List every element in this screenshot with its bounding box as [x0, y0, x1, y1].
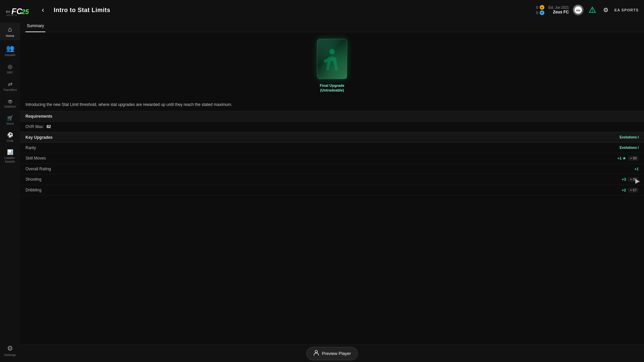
sidebar-item-store[interactable]: 🛒 Store	[0, 112, 20, 128]
sidebar-label-squads: Squads	[5, 53, 15, 57]
card-label: Final Upgrade (Untradeable)	[320, 83, 344, 93]
card-title-line2: (Untradeable)	[320, 88, 344, 93]
transfers-icon: ⇄	[8, 81, 12, 87]
ovr-max-row: OVR Max: 82	[20, 122, 644, 132]
club-logo: RM	[574, 6, 582, 14]
sbc-icon: ◎	[8, 63, 12, 70]
sidebar-label-transfers: Transfers	[3, 88, 17, 92]
point-count: 0	[536, 11, 538, 15]
table-row: Shooting +3 + 99	[20, 174, 644, 185]
table-row: Dribbling +2 + 67	[20, 185, 644, 196]
rarity-evolutions: Evolutions I	[620, 146, 639, 149]
svg-point-11	[315, 350, 317, 353]
top-bar-right: 0 ● 0 ▼ Est. Jun 2021 Zeus FC RM	[536, 5, 639, 15]
skill-moves-value: +1 ★ + 99	[618, 156, 639, 161]
sidebar-label-leaderboards: Leader-boards	[4, 156, 15, 164]
preview-player-button[interactable]: Preview Player	[306, 347, 358, 360]
top-bar-left: EA SPORTS FC 25 ‹ Intro to Stat Limits	[5, 4, 110, 16]
sidebar-item-transfers[interactable]: ⇄ Transfers	[0, 78, 20, 94]
sidebar-item-club[interactable]: ⚽ Club	[0, 129, 20, 145]
svg-point-9	[329, 49, 335, 54]
club-icon: ⚽	[7, 132, 13, 138]
sidebar-item-sbc[interactable]: ◎ SBC	[0, 61, 20, 77]
shooting-label: Shooting	[25, 177, 41, 182]
coin-count: 0	[536, 5, 538, 9]
svg-text:FC: FC	[11, 7, 22, 16]
preview-player-icon	[313, 350, 319, 357]
svg-text:25: 25	[21, 8, 29, 15]
bottom-bar: Preview Player	[20, 345, 644, 362]
sidebar-label-sbc: SBC	[7, 71, 13, 74]
tab-summary[interactable]: Summary	[25, 20, 45, 32]
sidebar-item-home[interactable]: ⌂ Home	[0, 23, 20, 40]
est-label: Est. Jun 2021	[548, 5, 569, 10]
table-row: Rarity Evolutions I	[20, 143, 644, 153]
skill-moves-label: Skill Moves	[25, 156, 46, 161]
dribbling-upgrade: +2	[622, 188, 626, 192]
dribbling-value: +2 + 67	[622, 188, 639, 193]
coin-info: 0 ● 0 ▼	[536, 5, 544, 15]
coin-icon: ●	[540, 5, 544, 10]
sidebar-label-club: Club	[7, 139, 13, 142]
table-row: Skill Moves +1 ★ + 99	[20, 153, 644, 164]
top-bar: EA SPORTS FC 25 ‹ Intro to Stat Limits 0…	[0, 0, 644, 20]
sidebar-item-leaderboards[interactable]: 📊 Leader-boards	[0, 146, 20, 166]
requirements-header: Requirements	[20, 111, 644, 122]
expand-arrow[interactable]: ▶	[635, 177, 640, 185]
rarity-value: Evolutions I	[620, 146, 639, 149]
table-row: Overall Rating +1	[20, 164, 644, 174]
preview-player-label: Preview Player	[322, 351, 351, 356]
user-info: Est. Jun 2021 Zeus FC	[548, 5, 569, 15]
svg-text:RM: RM	[576, 9, 581, 12]
overall-rating-label: Overall Rating	[25, 167, 51, 171]
fc25-logo-svg: EA SPORTS FC 25	[5, 4, 32, 16]
page-title: Intro to Stat Limits	[54, 7, 110, 14]
tab-bar: Summary	[20, 20, 644, 32]
card-display: Final Upgrade (Untradeable)	[20, 32, 644, 98]
sidebar-item-squads[interactable]: 👥 Squads	[0, 42, 20, 59]
back-button[interactable]: ‹	[38, 5, 48, 15]
sidebar-label-settings: Settings	[4, 353, 16, 357]
shooting-upgrade: +3	[622, 177, 626, 181]
sidebar-label-home: Home	[6, 34, 14, 38]
squads-icon: 👥	[6, 44, 14, 52]
store-icon: 🛒	[7, 115, 13, 121]
avatar: RM	[573, 5, 584, 15]
card-silhouette	[322, 47, 342, 71]
dribbling-detail: + 67	[628, 188, 639, 193]
ea-sports-logo: EA SPORTS	[614, 8, 639, 12]
ovr-max-label: OVR Max: 82	[25, 124, 51, 129]
triangle-icon	[588, 5, 597, 15]
sidebar: ⌂ Home 👥 Squads ◎ SBC ⇄ Transfers 🏟 Stad…	[0, 20, 20, 362]
point-icon: ▼	[540, 10, 544, 15]
coin-row: 0 ●	[536, 5, 544, 10]
sidebar-label-store: Store	[6, 122, 14, 125]
svg-point-8	[592, 11, 593, 12]
description-text: Introducing the new Stat Limit threshold…	[20, 98, 644, 111]
skill-moves-upgrade: +1 ★	[618, 156, 626, 161]
leaderboards-icon: 📊	[7, 149, 13, 155]
home-icon: ⌂	[8, 25, 12, 33]
svg-text:EA: EA	[6, 10, 10, 13]
evolutions-badge: Evolutions I	[620, 135, 639, 139]
sidebar-label-stadium: Stadium	[4, 105, 16, 108]
overall-rating-upgrade: +1	[634, 167, 639, 171]
sidebar-item-settings[interactable]: ⚙ Settings	[0, 342, 20, 359]
settings-icon-top[interactable]: ⚙	[601, 5, 610, 15]
fc25-logo: EA SPORTS FC 25	[5, 4, 32, 16]
player-card[interactable]	[317, 39, 347, 79]
main-content: Summary	[20, 20, 644, 362]
overall-rating-value: +1	[634, 167, 639, 171]
key-upgrades-header: Key Upgrades Evolutions I	[20, 132, 644, 143]
sidebar-item-stadium[interactable]: 🏟 Stadium	[0, 96, 20, 111]
rarity-label: Rarity	[25, 145, 36, 150]
skill-moves-detail: + 99	[628, 156, 639, 161]
dribbling-label: Dribbling	[25, 188, 41, 192]
card-title-line1: Final Upgrade	[320, 83, 344, 88]
point-row: 0 ▼	[536, 10, 544, 15]
settings-icon: ⚙	[7, 344, 13, 352]
username: Zeus FC	[553, 10, 569, 15]
stadium-icon: 🏟	[8, 98, 13, 104]
